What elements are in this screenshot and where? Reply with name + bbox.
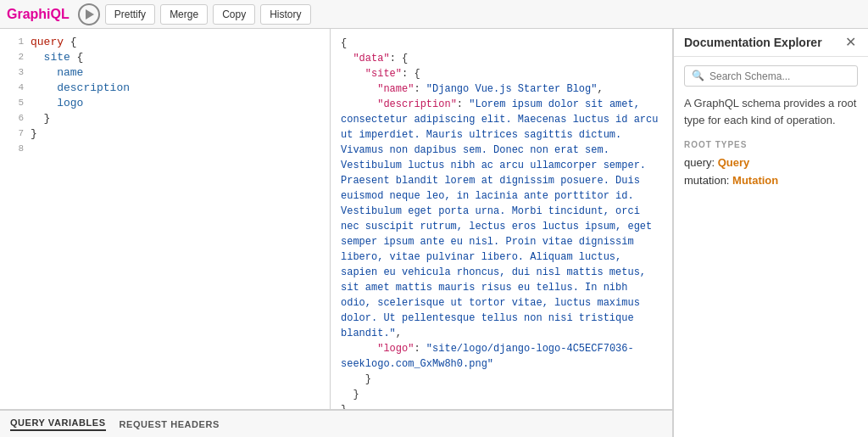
left-panels: 1 query { 2 site { 3 name 4 description	[0, 29, 673, 437]
line-number: 1	[7, 36, 24, 47]
query-editor[interactable]: 1 query { 2 site { 3 name 4 description	[0, 29, 331, 409]
doc-type-query: query: Query	[684, 156, 858, 169]
graphiql-logo: GraphiQL	[7, 7, 70, 22]
merge-button[interactable]: Merge	[160, 4, 208, 25]
prettify-button[interactable]: Prettify	[105, 4, 155, 25]
run-button[interactable]	[78, 3, 100, 25]
editor-line-6: 6 }	[0, 112, 330, 127]
line-number: 3	[7, 66, 24, 77]
line-content: }	[31, 112, 50, 125]
editor-line-1: 1 query {	[0, 36, 330, 51]
editor-line-2: 2 site {	[0, 51, 330, 66]
bottom-tabs: QUERY VARIABLES REQUEST HEADERS	[0, 410, 672, 437]
root-types-section-title: ROOT TYPES	[684, 140, 858, 149]
doc-type-mutation: mutation: Mutation	[684, 174, 858, 187]
doc-type-mutation-link[interactable]: Mutation	[732, 174, 778, 187]
line-content: site {	[31, 51, 83, 64]
tab-query-variables[interactable]: QUERY VARIABLES	[10, 417, 106, 431]
doc-explorer-header: Documentation Explorer ✕	[674, 29, 868, 57]
editor-line-7: 7 }	[0, 127, 330, 143]
main-area: 1 query { 2 site { 3 name 4 description	[0, 29, 868, 437]
line-number: 8	[7, 143, 24, 154]
doc-description: A GraphQL schema provides a root type fo…	[684, 95, 858, 128]
tab-request-headers[interactable]: REQUEST HEADERS	[120, 419, 220, 429]
editor-line-4: 4 description	[0, 81, 330, 97]
line-content: }	[31, 127, 37, 140]
doc-type-mutation-label: mutation:	[684, 174, 732, 187]
doc-search-box[interactable]: 🔍	[684, 65, 858, 87]
doc-type-query-link[interactable]: Query	[718, 156, 750, 169]
line-number: 4	[7, 81, 24, 92]
editor-line-5: 5 logo	[0, 97, 330, 112]
doc-explorer-body: A GraphQL schema provides a root type fo…	[674, 95, 868, 437]
line-content: description	[31, 81, 130, 94]
search-icon: 🔍	[692, 70, 704, 82]
response-panel: { "data": { "site": { "name": "Django Vu…	[331, 29, 672, 409]
line-number: 7	[7, 127, 24, 138]
line-number: 6	[7, 112, 24, 123]
editor-area: 1 query { 2 site { 3 name 4 description	[0, 29, 672, 410]
editor-line-3: 3 name	[0, 66, 330, 81]
doc-search-input[interactable]	[709, 70, 850, 82]
doc-explorer-title: Documentation Explorer	[684, 36, 822, 49]
toolbar: GraphiQL Prettify Merge Copy History	[0, 0, 868, 29]
line-content: name	[31, 66, 83, 79]
doc-explorer: Documentation Explorer ✕ 🔍 A GraphQL sch…	[673, 29, 868, 437]
editor-line-8: 8	[0, 143, 330, 158]
line-number: 2	[7, 51, 24, 62]
line-content: query {	[31, 36, 77, 48]
line-content: logo	[31, 97, 83, 109]
doc-type-query-label: query:	[684, 156, 718, 169]
history-button[interactable]: History	[260, 4, 310, 25]
doc-explorer-close-button[interactable]: ✕	[843, 36, 858, 49]
response-text: { "data": { "site": { "name": "Django Vu…	[341, 36, 662, 409]
copy-button[interactable]: Copy	[213, 4, 255, 25]
line-number: 5	[7, 97, 24, 108]
